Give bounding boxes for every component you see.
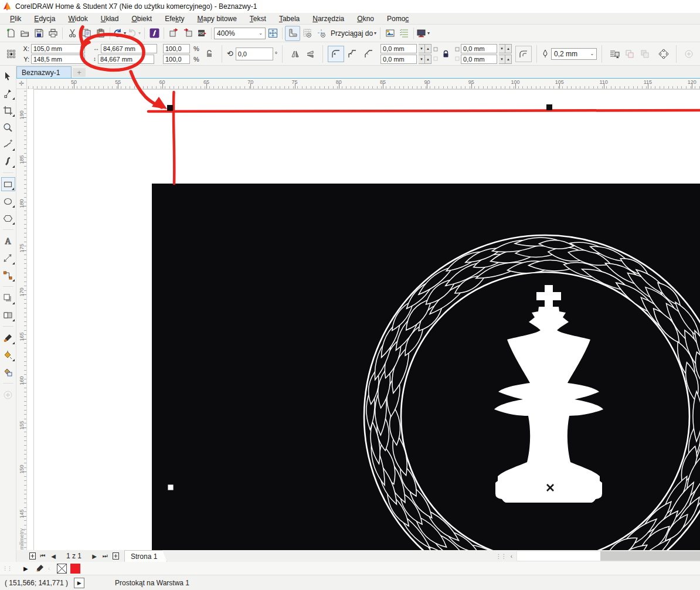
snap-to-dropdown[interactable]: Przyciągaj do▾ <box>328 26 378 40</box>
export-button[interactable] <box>181 26 195 40</box>
drawing-canvas[interactable] <box>27 89 700 550</box>
zoom-tool-button[interactable] <box>1 120 15 134</box>
wrap-paragraph-text-button[interactable] <box>607 46 622 62</box>
outline-width-select[interactable]: 0,2 mm⌄ <box>551 48 597 60</box>
group-objects-button[interactable] <box>637 46 653 62</box>
scalloped-corner-button[interactable] <box>344 46 361 62</box>
connector-tool-button[interactable] <box>1 268 15 282</box>
menu-item-edycja[interactable]: Edycja <box>28 13 62 24</box>
spinner-up[interactable]: ▲ <box>505 55 512 64</box>
welcome-screen-button[interactable] <box>383 26 397 40</box>
color-eyedropper-tool-button[interactable] <box>1 331 15 345</box>
publish-pdf-button[interactable]: PDF <box>195 26 209 40</box>
previous-page-button[interactable]: ◀ <box>48 551 59 561</box>
import-button[interactable] <box>166 26 181 40</box>
zoom-level-select[interactable]: 400%⌄ <box>214 28 266 39</box>
add-page-before-icon[interactable] <box>27 551 38 561</box>
new-document-tab-button[interactable]: + <box>73 68 86 77</box>
artistic-media-tool-button[interactable] <box>1 154 15 168</box>
shape-tool-button[interactable] <box>1 86 15 100</box>
corner-radius-tl-field[interactable]: 0,0 mm <box>380 44 417 53</box>
paste-button[interactable] <box>93 26 107 40</box>
outline-color-swatch-red[interactable] <box>70 564 80 574</box>
menu-item-pomoc[interactable]: Pomoc <box>380 13 415 24</box>
redo-button[interactable]: ▾ <box>127 26 142 40</box>
selection-handle-top-left[interactable] <box>167 105 173 111</box>
freehand-tool-button[interactable] <box>1 137 15 151</box>
first-page-button[interactable]: ⏮ <box>38 551 48 561</box>
dimension-tool-button[interactable] <box>1 251 15 265</box>
transform-handles-button[interactable] <box>656 46 671 62</box>
menu-item-mapy-bitowe[interactable]: Mapy bitowe <box>191 13 243 24</box>
chamfered-corner-button[interactable] <box>361 46 377 62</box>
rectangle-tool-button[interactable] <box>1 177 15 191</box>
corner-radius-bl-field[interactable]: 0,0 mm <box>380 55 417 64</box>
object-height-field[interactable]: 84,667 mm <box>98 55 154 64</box>
scroll-left-button[interactable]: ‹ <box>506 551 516 561</box>
fill-color-swatch-none[interactable] <box>57 564 67 574</box>
copy-button[interactable] <box>79 26 93 40</box>
flip-vertical-button[interactable] <box>303 46 318 62</box>
spinner-down[interactable]: ▼ <box>419 44 425 53</box>
menu-item-narz-dzia[interactable]: Narzędzia <box>306 13 351 24</box>
flip-horizontal-button[interactable] <box>287 46 303 62</box>
scale-horizontal-field[interactable]: 100,0 <box>163 44 190 53</box>
pick-tool-button[interactable] <box>1 69 15 83</box>
scrollbar-splitter-handle[interactable]: ⋮⋮ <box>495 553 506 560</box>
menu-item-obiekt[interactable]: Obiekt <box>125 13 158 24</box>
drop-shadow-tool-button[interactable] <box>1 291 15 305</box>
smart-fill-tool-button[interactable] <box>1 348 15 362</box>
x-position-field[interactable]: 105,0 mm <box>31 44 85 53</box>
horizontal-ruler[interactable]: 50556065707580859095100105110115120 <box>27 79 700 89</box>
y-position-field[interactable]: 148,5 mm <box>31 55 85 64</box>
new-document-button[interactable] <box>4 26 18 40</box>
color-eyedropper-icon[interactable] <box>35 564 45 573</box>
zoom-fit-button[interactable] <box>266 26 280 40</box>
ruler-origin-icon[interactable]: ✛ <box>16 79 27 89</box>
spinner-up[interactable]: ▲ <box>425 55 431 64</box>
save-button[interactable] <box>32 26 46 40</box>
spinner-down[interactable]: ▼ <box>419 55 425 64</box>
selected-rectangle-outline[interactable] <box>148 92 700 184</box>
coordinates-flyout-button[interactable]: ▶ <box>74 578 84 588</box>
add-page-after-icon[interactable] <box>110 551 121 561</box>
corner-radius-br-field[interactable]: 0,0 mm <box>461 55 497 64</box>
ellipse-tool-button[interactable] <box>1 194 15 208</box>
menu-item-uk-ad[interactable]: Układ <box>94 13 125 24</box>
menu-item-tekst[interactable]: Tekst <box>243 13 273 24</box>
menu-item-plik[interactable]: Plik <box>4 13 28 24</box>
guidelines-toggle-button[interactable] <box>314 26 328 40</box>
search-content-button[interactable] <box>147 26 161 40</box>
selection-handle-left-center[interactable] <box>168 484 174 490</box>
print-button[interactable] <box>46 26 60 40</box>
text-tool-button[interactable]: A <box>1 234 15 248</box>
convert-to-curves-button[interactable] <box>622 46 637 62</box>
docker-splitter-handle[interactable]: ⋮⋮ <box>2 565 12 571</box>
edit-corners-together-lock-icon[interactable] <box>438 46 453 62</box>
rulers-toggle-button[interactable] <box>285 26 300 41</box>
menu-item-efekty[interactable]: Efekty <box>158 13 191 24</box>
collapse-arrow-icon[interactable]: ‹ <box>48 565 50 572</box>
flyout-arrow-icon[interactable]: ▶ <box>23 565 28 572</box>
spinner-down[interactable]: ▼ <box>499 44 505 53</box>
spinner-up[interactable]: ▲ <box>505 44 512 53</box>
transparency-tool-button[interactable] <box>1 308 15 322</box>
horizontal-scrollbar-thumb[interactable] <box>600 551 700 561</box>
object-width-field[interactable]: 84,667 mm <box>101 44 157 53</box>
lock-ratio-icon[interactable] <box>202 46 217 62</box>
selection-handle-top-center[interactable] <box>546 104 552 110</box>
scale-vertical-field[interactable]: 100,0 <box>163 55 190 64</box>
last-page-button[interactable]: ⏭ <box>100 551 110 561</box>
vertical-ruler[interactable]: 190185180175170165160155150145milimetry <box>16 89 27 550</box>
add-tools-button[interactable] <box>1 388 15 402</box>
application-launcher-button[interactable]: ▾ <box>416 26 431 40</box>
spinner-up[interactable]: ▲ <box>425 44 431 53</box>
corner-radius-tr-field[interactable]: 0,0 mm <box>461 44 497 53</box>
menu-item-tabela[interactable]: Tabela <box>273 13 306 24</box>
relative-corner-scaling-button[interactable] <box>515 46 532 62</box>
horizontal-scrollbar[interactable] <box>516 551 700 561</box>
open-button[interactable] <box>18 26 32 40</box>
spinner-down[interactable]: ▼ <box>499 55 505 64</box>
undo-button[interactable]: ▾ <box>113 26 127 40</box>
menu-item-widok[interactable]: Widok <box>62 13 94 24</box>
